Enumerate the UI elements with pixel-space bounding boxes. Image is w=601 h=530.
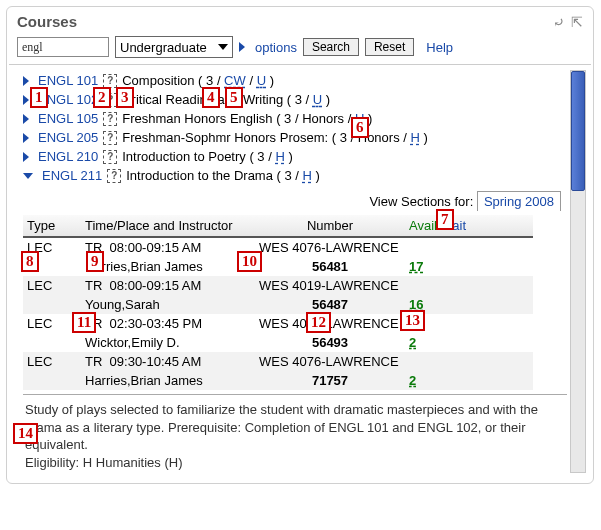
section-number: 56481: [255, 257, 405, 276]
toolbar: Undergraduate options Search Reset Help: [7, 32, 593, 64]
panel-header: Courses ⤾ ⇱: [7, 7, 593, 32]
header-icons: ⤾ ⇱: [553, 14, 583, 30]
section-avail-cell: [405, 237, 533, 257]
col-time: Time/Place and Instructor: [81, 215, 255, 237]
course-list: ENGL 101?Composition ( 3 / CW / U )ENGL …: [9, 69, 591, 189]
section-loc: WES 4019-LAWRENCE: [255, 314, 405, 333]
description-body: Study of plays selected to familiarize t…: [25, 401, 565, 454]
section-instructor: Harries,Brian James: [81, 371, 255, 390]
section-time: TR 08:00-09:15 AM: [81, 276, 255, 295]
section-row-2: Wicktor,Emily D.564932: [23, 333, 533, 352]
course-code[interactable]: ENGL 210: [38, 149, 98, 164]
section-instructor: Young,Sarah: [81, 295, 255, 314]
courses-panel: Courses ⤾ ⇱ Undergraduate options Search…: [6, 6, 594, 484]
attr-link[interactable]: H: [411, 130, 420, 145]
attr-link[interactable]: H: [275, 149, 284, 164]
attr-link[interactable]: U: [313, 92, 322, 107]
section-avail-cell: [405, 352, 533, 371]
course-title: Composition ( 3 / CW / U ): [122, 73, 274, 88]
section-loc: WES 4076-LAWRENCE: [255, 237, 405, 257]
section-loc: WES 4076-LAWRENCE: [255, 352, 405, 371]
chevron-right-icon: [23, 114, 29, 124]
search-button[interactable]: Search: [303, 38, 359, 56]
course-title: Freshman-Sophmr Honors Prosem: ( 3 / Hon…: [122, 130, 428, 145]
section-row[interactable]: LECTR 09:30-10:45 AMWES 4076-LAWRENCE: [23, 352, 533, 371]
col-avail: Avail/Wait: [405, 215, 533, 237]
help-icon[interactable]: ?: [103, 93, 117, 107]
help-link[interactable]: Help: [426, 40, 453, 55]
course-row[interactable]: ENGL 101?Composition ( 3 / CW / U ): [23, 71, 567, 90]
section-number: 56493: [255, 333, 405, 352]
help-icon[interactable]: ?: [103, 150, 117, 164]
course-row[interactable]: ENGL 205?Freshman-Sophmr Honors Prosem: …: [23, 128, 567, 147]
section-row-2: Young,Sarah5648716: [23, 295, 533, 314]
section-row-2: Harries,Brian James717572: [23, 371, 533, 390]
avail-link[interactable]: 2: [409, 373, 416, 388]
view-sections-bar: View Sections for: Spring 2008: [9, 189, 591, 213]
course-code[interactable]: ENGL 102: [38, 92, 98, 107]
course-title: Critical Reading and Writing ( 3 / U ): [122, 92, 330, 107]
section-time: TR 08:00-09:15 AM: [81, 237, 255, 257]
section-loc: WES 4019-LAWRENCE: [255, 276, 405, 295]
section-type: LEC: [23, 237, 81, 257]
section-instructor: Wicktor,Emily D.: [81, 333, 255, 352]
course-title: Freshman Honors English ( 3 / Honors / U…: [122, 111, 372, 126]
popout-icon[interactable]: ⇱: [571, 14, 583, 30]
chevron-right-icon: [23, 95, 29, 105]
search-input[interactable]: [17, 37, 109, 57]
description-eligibility: Eligibility: H Humanities (H): [25, 454, 565, 472]
course-description: Study of plays selected to familiarize t…: [23, 394, 567, 473]
wait-header: Wait: [441, 218, 467, 233]
refresh-icon[interactable]: ⤾: [553, 14, 565, 30]
attr-link[interactable]: U: [355, 111, 364, 126]
col-number: Number: [255, 215, 405, 237]
section-type: LEC: [23, 314, 81, 333]
chevron-right-icon: [23, 76, 29, 86]
attr-link[interactable]: CW: [224, 73, 246, 88]
section-time: TR 02:30-03:45 PM: [81, 314, 255, 333]
help-icon[interactable]: ?: [103, 74, 117, 88]
section-time: TR 09:30-10:45 AM: [81, 352, 255, 371]
scrollbar-thumb[interactable]: [571, 71, 585, 191]
course-row[interactable]: ENGL 105?Freshman Honors English ( 3 / H…: [23, 109, 567, 128]
help-icon[interactable]: ?: [103, 131, 117, 145]
section-avail-cell: [405, 314, 533, 333]
scrollbar[interactable]: [570, 70, 586, 473]
section-row-2: Harries,Brian James5648117: [23, 257, 533, 276]
expand-icon: [239, 42, 245, 52]
course-row[interactable]: ENGL 211?Introduction to the Drama ( 3 /…: [23, 166, 567, 185]
chevron-right-icon: [23, 152, 29, 162]
section-type: LEC: [23, 352, 81, 371]
options-link[interactable]: options: [255, 40, 297, 55]
section-row[interactable]: LECTR 08:00-09:15 AMWES 4019-LAWRENCE: [23, 276, 533, 295]
chevron-right-icon: [23, 133, 29, 143]
attr-link[interactable]: H: [303, 168, 312, 183]
view-sections-label: View Sections for:: [369, 194, 473, 209]
course-row[interactable]: ENGL 210?Introduction to Poetry ( 3 / H …: [23, 147, 567, 166]
chevron-down-icon: [218, 44, 228, 50]
course-code[interactable]: ENGL 211: [42, 168, 102, 183]
course-code[interactable]: ENGL 105: [38, 111, 98, 126]
term-tab[interactable]: Spring 2008: [477, 191, 561, 211]
course-row[interactable]: ENGL 102?Critical Reading and Writing ( …: [23, 90, 567, 109]
course-code[interactable]: ENGL 101: [38, 73, 98, 88]
section-number: 71757: [255, 371, 405, 390]
course-code[interactable]: ENGL 205: [38, 130, 98, 145]
avail-link[interactable]: 16: [409, 297, 423, 312]
avail-link[interactable]: 17: [409, 259, 423, 274]
avail-link[interactable]: 2: [409, 335, 416, 350]
level-select[interactable]: Undergraduate: [115, 36, 233, 58]
content-area: ENGL 101?Composition ( 3 / CW / U )ENGL …: [9, 64, 591, 473]
attr-link[interactable]: U: [257, 73, 266, 88]
section-number: 56487: [255, 295, 405, 314]
sections-table: Type Time/Place and Instructor Number Av…: [23, 215, 533, 390]
col-type: Type: [23, 215, 81, 237]
section-row[interactable]: LECTR 08:00-09:15 AMWES 4076-LAWRENCE: [23, 237, 533, 257]
help-icon[interactable]: ?: [103, 112, 117, 126]
avail-header: Avail: [409, 218, 437, 233]
reset-button[interactable]: Reset: [365, 38, 414, 56]
section-avail-cell: [405, 276, 533, 295]
sections-header-row: Type Time/Place and Instructor Number Av…: [23, 215, 533, 237]
section-row[interactable]: LECTR 02:30-03:45 PMWES 4019-LAWRENCE: [23, 314, 533, 333]
help-icon[interactable]: ?: [107, 169, 121, 183]
